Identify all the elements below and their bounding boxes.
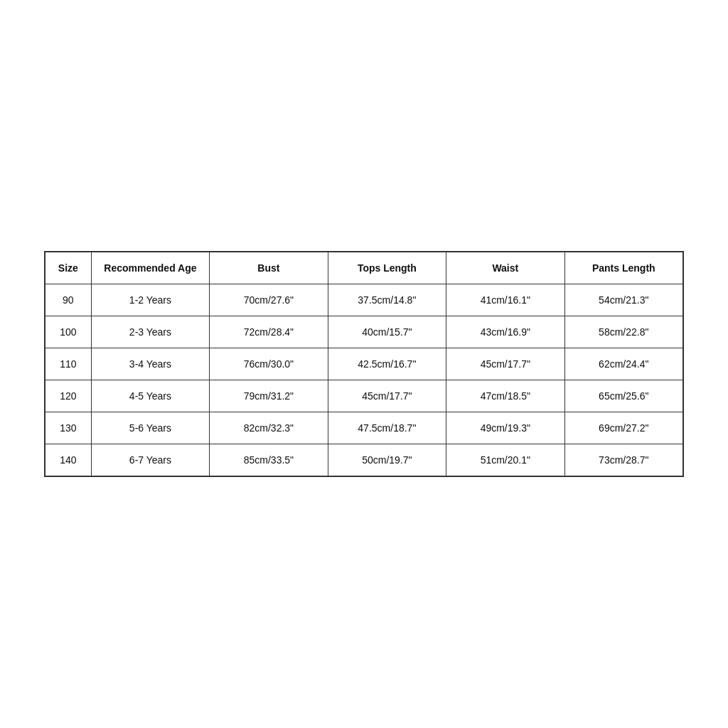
cell-bust: 76cm/30.0" (210, 348, 328, 380)
cell-age: 6-7 Years (91, 444, 209, 476)
header-waist: Waist (446, 252, 564, 284)
cell-age: 1-2 Years (91, 284, 209, 316)
size-chart-table: Size Recommended Age Bust Tops Length Wa… (45, 252, 683, 476)
size-chart-container: Size Recommended Age Bust Tops Length Wa… (44, 251, 684, 477)
cell-tops-length: 37.5cm/14.8" (328, 284, 446, 316)
cell-age: 3-4 Years (91, 348, 209, 380)
header-bust: Bust (210, 252, 328, 284)
table-row: 1305-6 Years82cm/32.3"47.5cm/18.7"49cm/1… (46, 412, 683, 444)
cell-pants-length: 62cm/24.4" (564, 348, 682, 380)
cell-size: 140 (46, 444, 92, 476)
cell-bust: 79cm/31.2" (210, 380, 328, 412)
cell-pants-length: 69cm/27.2" (564, 412, 682, 444)
cell-tops-length: 45cm/17.7" (328, 380, 446, 412)
cell-waist: 41cm/16.1" (446, 284, 564, 316)
cell-waist: 43cm/16.9" (446, 316, 564, 348)
cell-tops-length: 40cm/15.7" (328, 316, 446, 348)
cell-pants-length: 73cm/28.7" (564, 444, 682, 476)
cell-bust: 72cm/28.4" (210, 316, 328, 348)
cell-age: 5-6 Years (91, 412, 209, 444)
header-tops-length: Tops Length (328, 252, 446, 284)
cell-waist: 49cm/19.3" (446, 412, 564, 444)
table-row: 1204-5 Years79cm/31.2"45cm/17.7"47cm/18.… (46, 380, 683, 412)
cell-bust: 70cm/27.6" (210, 284, 328, 316)
cell-bust: 85cm/33.5" (210, 444, 328, 476)
header-row: Size Recommended Age Bust Tops Length Wa… (46, 252, 683, 284)
header-pants-length: Pants Length (564, 252, 682, 284)
cell-size: 100 (46, 316, 92, 348)
cell-tops-length: 50cm/19.7" (328, 444, 446, 476)
cell-pants-length: 58cm/22.8" (564, 316, 682, 348)
cell-tops-length: 42.5cm/16.7" (328, 348, 446, 380)
cell-tops-length: 47.5cm/18.7" (328, 412, 446, 444)
cell-waist: 47cm/18.5" (446, 380, 564, 412)
cell-size: 110 (46, 348, 92, 380)
cell-waist: 45cm/17.7" (446, 348, 564, 380)
cell-pants-length: 65cm/25.6" (564, 380, 682, 412)
table-row: 1002-3 Years72cm/28.4"40cm/15.7"43cm/16.… (46, 316, 683, 348)
cell-waist: 51cm/20.1" (446, 444, 564, 476)
cell-bust: 82cm/32.3" (210, 412, 328, 444)
cell-pants-length: 54cm/21.3" (564, 284, 682, 316)
header-size: Size (46, 252, 92, 284)
cell-size: 90 (46, 284, 92, 316)
table-row: 901-2 Years70cm/27.6"37.5cm/14.8"41cm/16… (46, 284, 683, 316)
cell-age: 4-5 Years (91, 380, 209, 412)
header-age: Recommended Age (91, 252, 209, 284)
table-row: 1103-4 Years76cm/30.0"42.5cm/16.7"45cm/1… (46, 348, 683, 380)
cell-size: 120 (46, 380, 92, 412)
table-body: 901-2 Years70cm/27.6"37.5cm/14.8"41cm/16… (46, 284, 683, 476)
cell-age: 2-3 Years (91, 316, 209, 348)
cell-size: 130 (46, 412, 92, 444)
table-row: 1406-7 Years85cm/33.5"50cm/19.7"51cm/20.… (46, 444, 683, 476)
